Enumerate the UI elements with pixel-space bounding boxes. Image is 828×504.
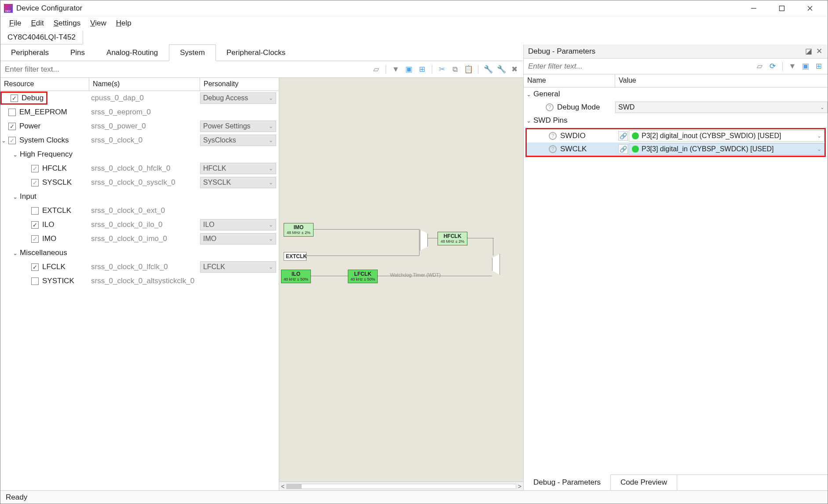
personality-select[interactable]: SYSCLK⌄ bbox=[200, 177, 276, 188]
tab-peripherals[interactable]: Peripherals bbox=[0, 45, 60, 61]
chevron-down-icon[interactable]: ⌄ bbox=[12, 250, 18, 256]
tree-row[interactable]: ⌄High Frequency bbox=[0, 147, 279, 161]
maximize-button[interactable] bbox=[773, 2, 791, 15]
menu-edit[interactable]: Edit bbox=[26, 17, 48, 29]
personality-select[interactable]: Power Settings⌄ bbox=[200, 121, 276, 132]
filter-icon[interactable]: ▼ bbox=[787, 61, 798, 72]
tree-row[interactable]: IMOsrss_0_clock_0_imo_0IMO⌄ bbox=[0, 232, 279, 246]
menu-help[interactable]: Help bbox=[112, 17, 136, 29]
checkbox[interactable] bbox=[31, 278, 39, 285]
node-imo[interactable]: IMO 48 MHz ± 2% bbox=[284, 223, 314, 237]
personality-select[interactable]: IMO⌄ bbox=[200, 233, 276, 245]
debug-mode-select[interactable]: SWD⌄ bbox=[615, 102, 828, 113]
checkbox[interactable] bbox=[31, 221, 39, 229]
right-tab-row: Debug - Parameters Code Preview bbox=[524, 475, 828, 490]
personality-select[interactable]: HFCLK⌄ bbox=[200, 163, 276, 174]
chevron-down-icon[interactable]: ⌄ bbox=[0, 137, 7, 144]
statusbar: Ready bbox=[0, 490, 828, 504]
checkbox[interactable] bbox=[31, 235, 39, 243]
left-filter-input[interactable] bbox=[0, 62, 371, 77]
node-lfclk[interactable]: LFCLK 40 kHz ± 50% bbox=[348, 270, 378, 283]
th-name[interactable]: Name(s) bbox=[89, 78, 200, 91]
tree-row[interactable]: EXTCLKsrss_0_clock_0_ext_0 bbox=[0, 204, 279, 218]
tab-system[interactable]: System bbox=[169, 44, 216, 61]
expand-icon[interactable]: ⊞ bbox=[417, 64, 427, 75]
eraser-icon[interactable]: ▱ bbox=[754, 61, 765, 72]
right-filter-input[interactable] bbox=[524, 59, 754, 73]
cut-icon[interactable]: ✂ bbox=[437, 64, 447, 75]
swclk-select[interactable]: P3[3] digital_in (CYBSP_SWDCK) [USED]⌄ bbox=[629, 143, 824, 155]
close-panel-icon[interactable]: ✕ bbox=[815, 47, 823, 55]
checkbox[interactable] bbox=[11, 95, 18, 102]
ph-value[interactable]: Value bbox=[615, 74, 828, 87]
chevron-down-icon[interactable]: ⌄ bbox=[12, 151, 18, 158]
param-group-general[interactable]: ⌄General bbox=[524, 88, 828, 101]
tree-row[interactable]: Debugcpuss_0_dap_0Debug Access⌄ bbox=[0, 91, 279, 105]
menu-view[interactable]: View bbox=[86, 17, 111, 29]
tree-row[interactable]: LFCLKsrss_0_clock_0_lfclk_0LFCLK⌄ bbox=[0, 260, 279, 274]
tree-row[interactable]: HFCLKsrss_0_clock_0_hfclk_0HFCLK⌄ bbox=[0, 161, 279, 175]
expand-icon[interactable]: ⊞ bbox=[813, 61, 824, 72]
tree-row[interactable]: SYSCLKsrss_0_clock_0_sysclk_0SYSCLK⌄ bbox=[0, 175, 279, 190]
paste-icon[interactable]: 📋 bbox=[463, 64, 474, 75]
filter-icon[interactable]: ▼ bbox=[390, 64, 401, 75]
tree-row[interactable]: SYSTICKsrss_0_clock_0_altsystickclk_0 bbox=[0, 274, 279, 288]
checkbox[interactable] bbox=[31, 179, 39, 186]
node-ilo[interactable]: ILO 40 kHz ± 50% bbox=[281, 270, 311, 283]
minimize-button[interactable] bbox=[745, 2, 762, 15]
copy-icon[interactable]: ⧉ bbox=[450, 64, 460, 75]
ph-name[interactable]: Name bbox=[524, 74, 615, 87]
tree-row[interactable]: Powersrss_0_power_0Power Settings⌄ bbox=[0, 119, 279, 133]
tree-row[interactable]: ⌄Input bbox=[0, 190, 279, 204]
wrench-icon[interactable]: 🔧 bbox=[483, 64, 493, 75]
help-icon[interactable]: ? bbox=[549, 132, 557, 140]
rtab-code-preview[interactable]: Code Preview bbox=[611, 475, 677, 490]
personality-select[interactable]: Debug Access⌄ bbox=[200, 92, 276, 104]
help-icon[interactable]: ? bbox=[546, 103, 554, 111]
swd-pins-highlight: ?SWDIO 🔗 P3[2] digital_inout (CYBSP_SWDI… bbox=[525, 128, 826, 157]
node-hfclk[interactable]: HFCLK 48 MHz ± 2% bbox=[438, 232, 467, 245]
tab-peripheral-clocks[interactable]: Peripheral-Clocks bbox=[216, 45, 296, 61]
help-icon[interactable]: ? bbox=[549, 145, 557, 153]
th-resource[interactable]: Resource bbox=[0, 78, 89, 91]
collapse-icon[interactable]: ▣ bbox=[404, 64, 414, 75]
wrench-x-icon[interactable]: ✖ bbox=[509, 64, 520, 75]
collapse-icon[interactable]: ▣ bbox=[800, 61, 811, 72]
tree-row[interactable]: ILOsrss_0_clock_0_ilo_0ILO⌄ bbox=[0, 218, 279, 232]
link-icon[interactable]: 🔗 bbox=[618, 131, 628, 141]
scroll-left-icon[interactable]: < bbox=[281, 483, 285, 490]
checkbox[interactable] bbox=[31, 263, 39, 271]
refresh-icon[interactable]: ⟳ bbox=[767, 61, 778, 72]
personality-select[interactable]: LFCLK⌄ bbox=[200, 261, 276, 273]
link-icon[interactable]: 🔗 bbox=[618, 144, 628, 154]
undock-icon[interactable]: ◪ bbox=[805, 47, 813, 55]
device-tab[interactable]: CY8C4046LQI-T452 bbox=[0, 31, 83, 44]
diagram-canvas[interactable]: IMO 48 MHz ± 2% EXTCLK ILO 40 kHz ± 50% … bbox=[279, 78, 523, 482]
eraser-icon[interactable]: ▱ bbox=[371, 64, 381, 75]
checkbox[interactable] bbox=[31, 165, 39, 172]
param-group-swd-pins[interactable]: ⌄SWD Pins bbox=[524, 114, 828, 127]
checkbox[interactable] bbox=[8, 123, 16, 130]
tab-pins[interactable]: Pins bbox=[60, 45, 96, 61]
tree-row[interactable]: ⌄System Clockssrss_0_clock_0SysClocks⌄ bbox=[0, 133, 279, 147]
node-extclk[interactable]: EXTCLK bbox=[284, 252, 306, 261]
diagram-scrollbar[interactable]: < > bbox=[279, 482, 523, 490]
chevron-down-icon[interactable]: ⌄ bbox=[12, 194, 18, 200]
tree-row[interactable]: ⌄Miscellaneous bbox=[0, 246, 279, 260]
wrench-minus-icon[interactable]: 🔧 bbox=[496, 64, 507, 75]
personality-select[interactable]: ILO⌄ bbox=[200, 219, 276, 230]
rtab-debug-parameters[interactable]: Debug - Parameters bbox=[524, 475, 611, 490]
checkbox[interactable] bbox=[31, 207, 39, 215]
menu-settings[interactable]: Settings bbox=[49, 17, 85, 29]
tab-analog-routing[interactable]: Analog-Routing bbox=[96, 45, 169, 61]
checkbox[interactable] bbox=[8, 137, 16, 144]
resource-tree[interactable]: Debugcpuss_0_dap_0Debug Access⌄ EM_EEPRO… bbox=[0, 91, 279, 288]
scroll-right-icon[interactable]: > bbox=[518, 483, 522, 490]
checkbox[interactable] bbox=[8, 109, 16, 116]
tree-row[interactable]: EM_EEPROMsrss_0_eeprom_0 bbox=[0, 105, 279, 119]
menu-file[interactable]: File bbox=[5, 17, 26, 29]
personality-select[interactable]: SysClocks⌄ bbox=[200, 135, 276, 146]
close-button[interactable] bbox=[801, 2, 819, 15]
swdio-select[interactable]: P3[2] digital_inout (CYBSP_SWDIO) [USED]… bbox=[629, 130, 824, 142]
th-personality[interactable]: Personality bbox=[200, 78, 279, 91]
